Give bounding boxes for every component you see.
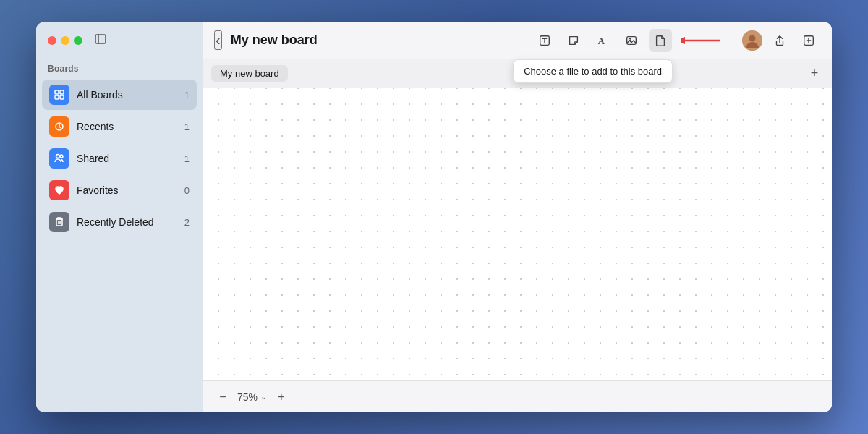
sidebar-item-shared[interactable]: Shared 1 bbox=[42, 143, 197, 174]
svg-point-8 bbox=[60, 155, 63, 158]
media-insert-button[interactable] bbox=[620, 29, 643, 52]
sidebar-items-list: All Boards 1 Recents 1 bbox=[36, 80, 203, 237]
sidebar-item-shared-count: 1 bbox=[184, 153, 190, 164]
canvas-area[interactable] bbox=[203, 88, 832, 380]
bottom-toolbar: − 75% ⌄ + bbox=[203, 380, 832, 412]
avatar[interactable] bbox=[742, 30, 762, 51]
main-toolbar: ‹ My new board bbox=[203, 22, 832, 59]
sidebar-item-favorites-label: Favorites bbox=[77, 184, 177, 196]
traffic-lights bbox=[48, 36, 82, 45]
svg-rect-2 bbox=[55, 90, 59, 94]
edit-button[interactable] bbox=[797, 29, 820, 52]
sidebar-toggle-icon[interactable] bbox=[94, 33, 107, 48]
avatar-image bbox=[742, 30, 762, 51]
add-tab-button[interactable]: + bbox=[806, 65, 823, 82]
text-insert-button[interactable] bbox=[533, 29, 556, 52]
sidebar-item-recently-deleted-count: 2 bbox=[184, 217, 190, 228]
share-button[interactable] bbox=[768, 29, 791, 52]
people-icon bbox=[49, 148, 69, 169]
grid-icon bbox=[49, 85, 69, 105]
svg-rect-3 bbox=[60, 90, 64, 94]
main-content: ‹ My new board bbox=[203, 22, 832, 412]
sidebar-item-favorites[interactable]: Favorites 0 bbox=[42, 175, 197, 205]
sidebar-titlebar bbox=[36, 22, 203, 59]
sidebar-item-shared-label: Shared bbox=[77, 153, 177, 164]
close-button[interactable] bbox=[48, 36, 56, 45]
file-insert-button[interactable] bbox=[649, 29, 672, 52]
dot-grid bbox=[203, 88, 832, 380]
sidebar-item-recently-deleted-label: Recently Deleted bbox=[77, 216, 177, 228]
zoom-out-button[interactable]: − bbox=[214, 388, 231, 406]
text-format-button[interactable]: A bbox=[591, 29, 614, 52]
board-title: My new board bbox=[231, 33, 527, 48]
sidebar-item-all-boards-count: 1 bbox=[184, 90, 190, 101]
svg-point-21 bbox=[749, 35, 756, 41]
svg-rect-0 bbox=[95, 35, 106, 43]
sticky-note-button[interactable] bbox=[562, 29, 585, 52]
svg-text:A: A bbox=[598, 36, 605, 46]
zoom-percentage: 75% bbox=[237, 391, 258, 403]
heart-icon bbox=[49, 180, 69, 200]
svg-rect-16 bbox=[627, 36, 637, 44]
red-arrow-icon bbox=[681, 32, 724, 49]
svg-point-7 bbox=[56, 155, 60, 158]
clock-icon bbox=[49, 116, 69, 137]
toolbar-divider bbox=[733, 33, 733, 48]
sidebar-item-recents-label: Recents bbox=[77, 121, 177, 132]
svg-rect-9 bbox=[56, 219, 62, 226]
sidebar-item-recents[interactable]: Recents 1 bbox=[42, 111, 197, 142]
svg-rect-5 bbox=[60, 95, 64, 99]
minimize-button[interactable] bbox=[61, 36, 69, 45]
sidebar-item-recently-deleted[interactable]: Recently Deleted 2 bbox=[42, 207, 197, 237]
sidebar-item-favorites-count: 0 bbox=[184, 185, 190, 196]
toolbar-icons: A bbox=[533, 29, 820, 52]
sidebar-section-label: Boards bbox=[36, 59, 203, 80]
tooltip-file: Choose a file to add to this board bbox=[513, 59, 673, 83]
svg-rect-4 bbox=[55, 95, 59, 99]
sidebar-item-all-boards-label: All Boards bbox=[77, 89, 177, 101]
sidebar: Boards All Boards 1 bbox=[36, 22, 203, 412]
sidebar-item-recents-count: 1 bbox=[184, 122, 190, 132]
trash-icon bbox=[49, 212, 69, 232]
arrow-annotation bbox=[681, 32, 724, 49]
zoom-in-button[interactable]: + bbox=[273, 388, 290, 406]
back-button[interactable]: ‹ bbox=[214, 30, 222, 50]
tab-my-new-board[interactable]: My new board bbox=[211, 65, 288, 82]
app-window: Boards All Boards 1 bbox=[36, 22, 832, 412]
maximize-button[interactable] bbox=[74, 36, 82, 45]
zoom-level-display: 75% ⌄ bbox=[237, 391, 267, 403]
zoom-chevron-icon[interactable]: ⌄ bbox=[260, 392, 267, 401]
sidebar-item-all-boards[interactable]: All Boards 1 bbox=[42, 80, 197, 110]
